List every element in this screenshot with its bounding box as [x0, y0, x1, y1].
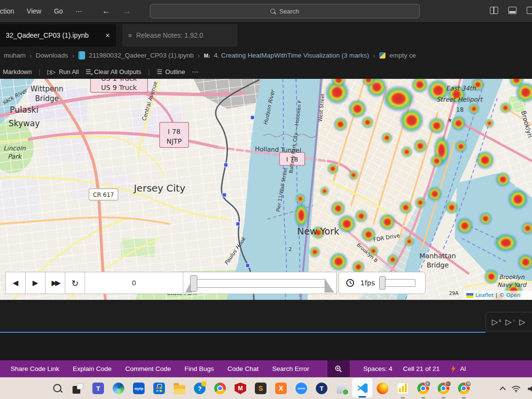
execute-above-icon[interactable]: ▷↑ — [505, 317, 511, 326]
toggle-panel-icon[interactable] — [508, 7, 517, 14]
chevron-right-icon: › — [30, 51, 32, 59]
xampp-icon: X — [275, 383, 287, 394]
teamviewer-app-button[interactable]: T — [311, 378, 332, 399]
database-icon — [337, 383, 347, 394]
map-label: Bridge — [35, 94, 59, 103]
powerbi-app-button[interactable] — [393, 378, 413, 399]
share-code-link-button[interactable]: Share Code Link — [11, 365, 59, 372]
close-icon[interactable]: ✕ — [105, 32, 110, 39]
cell-position-status[interactable]: Cell 21 of 21 — [403, 365, 440, 372]
map-label: Navy Yard — [497, 281, 527, 288]
search-icon — [53, 384, 62, 393]
chrome-profile-2-button[interactable] — [433, 378, 454, 399]
map-label: Brooklyn — [499, 274, 525, 281]
slider-track[interactable] — [192, 279, 325, 288]
breadcrumb-folder[interactable]: muham — [4, 52, 26, 59]
menu-selection[interactable]: ection — [0, 7, 14, 15]
toggle-sidebar-icon[interactable] — [527, 7, 532, 14]
comment-code-button[interactable]: Comment Code — [125, 365, 171, 372]
lightning-icon — [450, 365, 456, 373]
ai-status[interactable]: Al — [460, 365, 466, 372]
map-label: Manhattan — [419, 252, 456, 260]
slider-handle[interactable] — [190, 275, 197, 292]
find-bugs-button[interactable]: Find Bugs — [184, 365, 214, 372]
teams-icon: T — [92, 383, 104, 394]
play-button[interactable]: ▶ — [25, 272, 45, 294]
hp-support-button[interactable]: ? — [190, 378, 210, 399]
menu-more-icon[interactable]: ⋯ — [75, 7, 83, 15]
vscode-app-button[interactable] — [352, 378, 372, 398]
map-label: 29A — [449, 291, 458, 296]
volume-icon[interactable] — [527, 385, 532, 393]
command-center-search[interactable]: Search — [150, 4, 420, 18]
myhp-icon: myhp — [133, 383, 145, 394]
explain-code-button[interactable]: Explain Code — [73, 365, 112, 372]
speed-control: 1fps — [339, 272, 426, 294]
time-slider[interactable] — [183, 272, 337, 294]
teams-app-button[interactable]: T — [88, 378, 108, 399]
breadcrumb-file[interactable]: 211980032_Qadeer_CP03 (1).ipynb — [89, 52, 194, 59]
taskbar-search-button[interactable] — [47, 378, 68, 399]
breadcrumb-folder[interactable]: Downloads — [36, 52, 68, 59]
execute-below-icon[interactable]: ▷≡ — [492, 317, 498, 326]
menu-view[interactable]: View — [27, 7, 41, 15]
route-shield-label: NJTP — [166, 137, 182, 145]
leaflet-map[interactable]: Wittpenn Bridge Pulaski Skyway US 1 Truc… — [0, 79, 532, 300]
zoom-app-button[interactable]: zoom — [291, 378, 311, 399]
more-actions-icon[interactable]: ⋯ — [192, 68, 199, 75]
task-view-button[interactable] — [68, 378, 88, 399]
clear-outputs-icon: ☰✕ — [86, 68, 91, 75]
leaflet-link[interactable]: Leaflet — [475, 292, 493, 298]
forward-icon: → — [123, 6, 131, 16]
windows-logo-icon — [31, 383, 44, 395]
file-explorer-button[interactable] — [169, 378, 190, 399]
profile-badge: F — [425, 381, 431, 387]
code-chat-button[interactable]: Code Chat — [227, 365, 259, 372]
fps-slider[interactable] — [381, 279, 415, 287]
sql-server-app-button[interactable] — [332, 378, 352, 399]
fast-forward-button[interactable]: ▶▶ — [45, 272, 65, 294]
tab-notebook[interactable]: 32_Qadeer_CP03 (1).ipynb ✕ — [0, 24, 116, 46]
wifi-icon[interactable] — [511, 385, 521, 393]
outline-button[interactable]: ☰ Outline — [157, 68, 185, 75]
indentation-status[interactable]: Spaces: 4 — [363, 365, 392, 372]
breadcrumb-cell[interactable]: empty ce — [389, 52, 416, 59]
chevron-right-icon: › — [72, 51, 74, 59]
mcafee-app-button[interactable]: M — [230, 378, 251, 399]
breadcrumb-section[interactable]: 4. Creating HeatMapWithTime Visualizatio… — [214, 52, 369, 59]
search-error-button[interactable]: Search Error — [272, 365, 310, 372]
sublime-app-button[interactable]: S — [251, 378, 271, 399]
powerbi-icon — [397, 383, 409, 394]
chrome-profile-3-button[interactable] — [454, 378, 474, 399]
split-editor-icon[interactable] — [490, 7, 498, 14]
osm-link[interactable]: © Open — [499, 292, 520, 298]
menu-go[interactable]: Go — [54, 7, 63, 15]
notebook-background: ▷≡ ▷↑ ▷ — [0, 300, 532, 333]
edge-app-button[interactable] — [108, 378, 129, 399]
add-markdown-button[interactable]: + Markdown — [0, 68, 32, 76]
edge-icon — [113, 383, 124, 394]
chrome-app-button[interactable] — [210, 378, 230, 399]
tab-release-notes[interactable]: ≡ Release Notes: 1.92.0 — [122, 24, 237, 46]
loop-button[interactable]: ↻ — [65, 272, 85, 294]
xampp-app-button[interactable]: X — [271, 378, 291, 399]
start-button[interactable] — [27, 378, 47, 399]
zoom-status-chip[interactable] — [327, 360, 350, 377]
tray-expand-icon[interactable] — [500, 386, 506, 393]
cell-toolbar: ▷≡ ▷↑ ▷ — [486, 312, 532, 331]
ms-store-button[interactable] — [149, 378, 169, 399]
chrome-profile-f-button[interactable]: F — [413, 378, 433, 399]
back-icon[interactable]: ← — [102, 6, 110, 16]
windows-taskbar: T myhp ? M S X zoom T F — [0, 377, 532, 399]
chrome-icon: F — [417, 383, 429, 394]
firefox-app-button[interactable] — [372, 378, 393, 399]
zoom-icon: zoom — [296, 383, 307, 394]
attribution-separator: | — [495, 292, 497, 298]
breadcrumb: muham › Downloads › 211980032_Qadeer_CP0… — [0, 46, 532, 64]
step-back-button[interactable]: ◀ — [5, 272, 26, 294]
clear-all-outputs-button[interactable]: ☰✕ Clear All Outputs — [86, 68, 141, 75]
run-all-button[interactable]: ▷▷ Run All — [47, 68, 79, 75]
myhp-app-button[interactable]: myhp — [129, 378, 149, 399]
fps-handle[interactable] — [379, 276, 385, 290]
run-cell-icon[interactable]: ▷ — [519, 317, 525, 326]
